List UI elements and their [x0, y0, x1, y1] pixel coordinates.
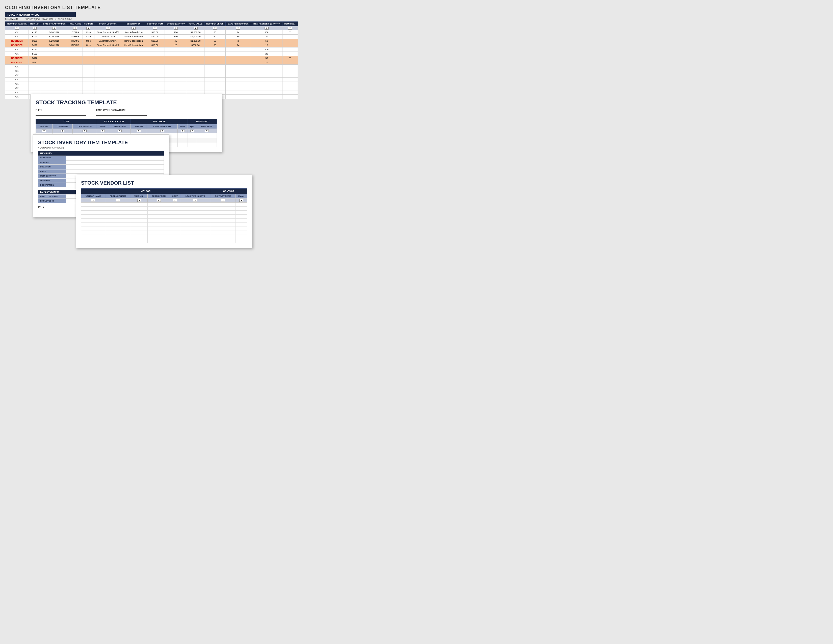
- group-inventory: INVENTORY: [188, 119, 217, 124]
- col-days-per-reorder: DAYS PER REORDER: [225, 22, 251, 26]
- field-item-no: ITEM NO.: [38, 160, 164, 165]
- filter-location[interactable]: ▼: [106, 27, 110, 29]
- inventory-table: REORDER (auto fill) ITEM NO. DATE OF LAS…: [5, 21, 298, 99]
- col-date-last-order: DATE OF LAST ORDER: [41, 22, 68, 26]
- table-row: REORDER C123 5/20/2016 ITEM C Cole Basem…: [5, 39, 298, 43]
- total-value-amount: $13,550.00: [5, 18, 23, 21]
- field-location: LOCATION: [38, 165, 164, 169]
- th-shelf-bin: SHELF / BIN: [109, 124, 131, 129]
- vendor-table-row: [81, 219, 247, 223]
- th-description: DESCRIPTION: [73, 124, 96, 129]
- vendor-table-row: [81, 223, 247, 227]
- item-info-header: ITEM INFO: [38, 151, 164, 156]
- col-item-reorder-qty: ITEM REORDER QUANTITY: [251, 22, 283, 26]
- col-reorder-fill: REORDER (auto fill): [5, 22, 29, 26]
- th-vendor-name: VENDOR NAME: [81, 194, 105, 198]
- table-row: OK: [5, 69, 298, 73]
- total-value-note: *Based upon TOTAL VALUE fields, below.: [25, 18, 72, 21]
- field-price: PRICE: [38, 169, 164, 174]
- cell-status: REORDER: [5, 43, 29, 47]
- table-row: OK E123 100: [5, 47, 298, 52]
- th-contact-name: CONTACT NAME: [210, 194, 236, 198]
- cell-status: OK: [5, 47, 29, 52]
- table-row: OK B123 5/20/2016 ITEM B Cole Outdoor Pa…: [5, 35, 298, 39]
- th-cost: COST: [170, 194, 180, 198]
- th-product-name: PRODUCT NAME: [105, 194, 131, 198]
- group-item: ITEM: [36, 119, 97, 124]
- group-stock-location: STOCK LOCATION: [96, 119, 131, 124]
- filter-stock-qty[interactable]: ▼: [174, 27, 178, 29]
- table-row: OK A123 5/20/2016 ITEM A Cole Store Room…: [5, 30, 298, 35]
- filter-disc[interactable]: ▼: [288, 27, 292, 29]
- table-row: REORDER H123 10: [5, 60, 298, 64]
- col-item-name: ITEM NAME: [68, 22, 82, 26]
- table-row: OK: [5, 64, 298, 69]
- filter-cost[interactable]: ▼: [153, 27, 157, 29]
- item-template-title: STOCK INVENTORY ITEM TEMPLATE: [38, 140, 164, 145]
- th-unit: UNIT: [178, 124, 188, 129]
- filter-days-per[interactable]: ▼: [236, 27, 240, 29]
- col-stock-location: STOCK LOCATION: [94, 22, 122, 26]
- sig-row: DATE EMPLOYEE SIGNATURE: [35, 109, 217, 116]
- col-stock-quantity: STOCK QUANTITY: [165, 22, 187, 26]
- table-row: REORDER D123 5/20/2016 ITEM D Cole Store…: [5, 43, 298, 47]
- group-vendor: VENDOR: [81, 188, 210, 194]
- vendor-table-row: [81, 211, 247, 215]
- th-vendor-item-no: VENDOR ITEM NO.: [147, 124, 178, 129]
- filter-item-name[interactable]: ▼: [73, 27, 77, 29]
- group-purchase: PURCHASE: [131, 119, 188, 124]
- field-item-name: ITEM NAME: [38, 156, 164, 160]
- vendor-title: STOCK VENDOR LIST: [81, 180, 247, 186]
- cell-status: REORDER: [5, 60, 29, 64]
- th-vendor: VENDOR: [131, 124, 147, 129]
- date-label: DATE: [35, 109, 42, 112]
- filter-desc[interactable]: ▼: [132, 27, 135, 29]
- table-row: OK: [5, 86, 298, 90]
- cell-status: OK: [5, 69, 29, 73]
- cell-status: OK: [5, 77, 29, 82]
- table-row: OK F123 20: [5, 52, 298, 56]
- th-vendor-description: DESCRIPTION: [148, 194, 170, 198]
- vendor-table-row: [81, 215, 247, 219]
- cell-status: OK: [5, 30, 29, 35]
- vendor-table-row: [81, 203, 247, 206]
- filter-total-val[interactable]: ▼: [194, 27, 198, 29]
- filter-reorder[interactable]: ▼: [15, 27, 19, 29]
- col-total-value: TOTAL VALUE: [187, 22, 204, 26]
- vendor-table: VENDOR CONTACT VENDOR NAME PRODUCT NAME …: [81, 188, 247, 243]
- col-reorder-level: REORDER LEVEL: [204, 22, 225, 26]
- th-area: AREA: [96, 124, 109, 129]
- col-item-no: ITEM NO.: [29, 22, 41, 26]
- cell-status: OK: [5, 86, 29, 90]
- col-cost-per-item: COST PER ITEM: [145, 22, 165, 26]
- main-title: CLOTHING INVENTORY LIST TEMPLATE: [5, 5, 298, 10]
- th-item-area: ITEM AREA: [197, 124, 217, 129]
- employee-sig-label: EMPLOYEE SIGNATURE: [96, 109, 126, 112]
- cell-status: OK: [5, 64, 29, 69]
- vendor-table-row: [81, 231, 247, 235]
- vendor-table-row: [81, 206, 247, 211]
- company-name-label: YOUR COMPANY NAME: [38, 147, 164, 149]
- col-item-disc: ITEM DISC...: [283, 22, 298, 26]
- filter-date[interactable]: ▼: [52, 27, 56, 29]
- total-inventory-bar: TOTAL INVENTORY VALUE: [5, 12, 76, 17]
- vendor-table-row: [81, 227, 247, 231]
- cell-status: OK: [5, 73, 29, 77]
- th-web-link: WEB LINK: [131, 194, 148, 198]
- th-item-no: ITEM NO.: [36, 124, 53, 129]
- table-row: OK: [5, 77, 298, 82]
- vendor-table-row: [81, 239, 247, 243]
- vendor-sheet: STOCK VENDOR LIST VENDOR CONTACT VENDOR …: [76, 175, 252, 248]
- th-qty: QTY: [188, 124, 197, 129]
- filter-item-no[interactable]: ▼: [33, 27, 37, 29]
- table-row: REORDER G123 50 Y: [5, 56, 298, 60]
- cell-status: OK: [5, 82, 29, 86]
- th-lead-time: LEAD TIME IN DAYS: [180, 194, 210, 198]
- vendor-table-row: [81, 235, 247, 239]
- filter-vendor[interactable]: ▼: [86, 27, 90, 29]
- cell-status: REORDER: [5, 56, 29, 60]
- filter-reorder-level[interactable]: ▼: [213, 27, 217, 29]
- filter-reorder-qty[interactable]: ▼: [265, 27, 269, 29]
- overlays-wrapper: STOCK TRACKING TEMPLATE DATE EMPLOYEE SI…: [5, 94, 298, 283]
- cell-status: REORDER: [5, 39, 29, 43]
